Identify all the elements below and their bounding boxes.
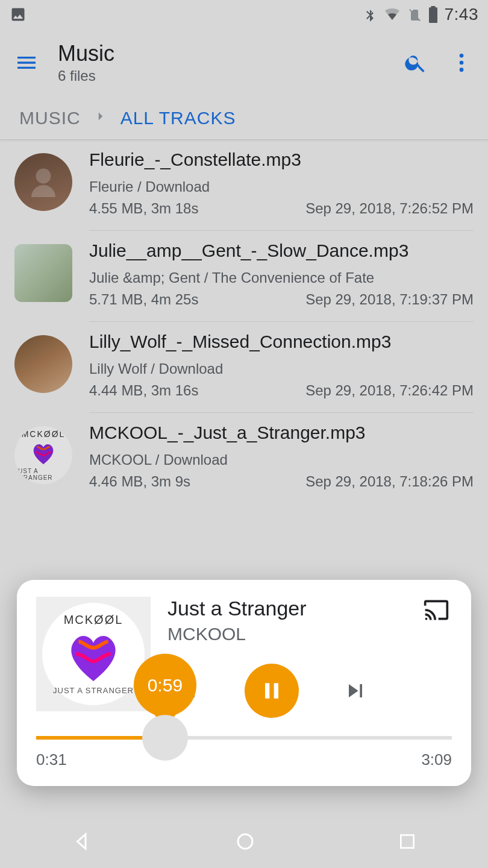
breadcrumb-leaf[interactable]: ALL TRACKS bbox=[120, 108, 236, 128]
pause-button[interactable] bbox=[245, 664, 299, 718]
svg-rect-6 bbox=[401, 835, 414, 848]
album-art-text-bottom: JUST A STRANGER bbox=[53, 686, 134, 695]
track-filename: Lilly_Wolf_-_Missed_Connection.mp3 bbox=[89, 332, 474, 352]
list-item[interactable]: MCKØØL JUST A STRANGER MCKOOL_-_Just_a_S… bbox=[0, 413, 488, 503]
svg-point-5 bbox=[238, 834, 252, 849]
android-nav-bar bbox=[0, 815, 488, 868]
list-item[interactable]: Fleurie_-_Constellate.mp3 Fleurie / Down… bbox=[0, 140, 488, 231]
search-icon[interactable] bbox=[401, 48, 430, 77]
more-vert-icon[interactable] bbox=[447, 48, 476, 77]
status-clock: 7:43 bbox=[445, 5, 479, 24]
seek-slider[interactable]: 0:59 0:31 3:09 bbox=[36, 736, 452, 769]
app-bar: Music 6 files bbox=[0, 29, 488, 96]
now-playing-card[interactable]: MCKØØL JUST A STRANGER Just a Stranger M… bbox=[17, 580, 471, 786]
android-status-bar: 7:43 bbox=[0, 0, 488, 29]
player-artist: MCKOOL bbox=[167, 624, 452, 644]
track-date: Sep 29, 2018, 7:26:42 PM bbox=[305, 382, 474, 399]
player-track-title: Just a Stranger bbox=[167, 597, 452, 620]
track-artist-album: Fleurie / Download bbox=[89, 178, 474, 195]
breadcrumb: MUSIC ALL TRACKS bbox=[0, 96, 488, 140]
track-artist-album: Julie &amp; Gent / The Convenience of Fa… bbox=[89, 269, 474, 286]
track-filename: Fleurie_-_Constellate.mp3 bbox=[89, 149, 474, 170]
nav-home-icon[interactable] bbox=[234, 831, 256, 852]
track-thumbnail bbox=[14, 153, 72, 211]
track-date: Sep 29, 2018, 7:18:26 PM bbox=[305, 473, 474, 490]
page-title: Music bbox=[58, 41, 384, 66]
track-size-duration: 5.71 MB, 4m 25s bbox=[89, 291, 198, 308]
wifi-icon bbox=[383, 7, 401, 22]
seek-tooltip: 0:59 bbox=[134, 654, 196, 717]
svg-point-0 bbox=[460, 54, 464, 58]
list-item[interactable]: Lilly_Wolf_-_Missed_Connection.mp3 Lilly… bbox=[0, 322, 488, 413]
nav-back-icon[interactable] bbox=[71, 831, 93, 852]
hamburger-menu-icon[interactable] bbox=[12, 48, 41, 77]
battery-icon bbox=[428, 6, 439, 23]
track-date: Sep 29, 2018, 7:19:37 PM bbox=[305, 291, 474, 308]
track-thumbnail bbox=[14, 335, 72, 393]
nav-recent-icon[interactable] bbox=[398, 832, 417, 851]
cast-icon[interactable] bbox=[421, 597, 452, 626]
track-thumbnail bbox=[14, 244, 72, 302]
page-subtitle: 6 files bbox=[58, 68, 384, 84]
track-size-duration: 4.55 MB, 3m 18s bbox=[89, 200, 198, 217]
track-date: Sep 29, 2018, 7:26:52 PM bbox=[305, 200, 474, 217]
total-time: 3:09 bbox=[421, 750, 452, 769]
breadcrumb-root[interactable]: MUSIC bbox=[19, 108, 81, 128]
album-art-text-top: MCKØØL bbox=[64, 613, 124, 627]
track-list: Fleurie_-_Constellate.mp3 Fleurie / Down… bbox=[0, 140, 488, 503]
track-size-duration: 4.46 MB, 3m 9s bbox=[89, 473, 190, 490]
album-art-text-bottom: JUST A STRANGER bbox=[14, 468, 72, 481]
skip-next-icon[interactable] bbox=[341, 676, 370, 705]
list-item[interactable]: Julie__amp__Gent_-_Slow_Dance.mp3 Julie … bbox=[0, 231, 488, 322]
chevron-right-icon bbox=[93, 108, 108, 128]
svg-point-1 bbox=[460, 61, 464, 65]
elapsed-time: 0:31 bbox=[36, 750, 67, 769]
bluetooth-icon bbox=[363, 6, 377, 23]
no-sim-icon bbox=[407, 6, 422, 23]
track-filename: Julie__amp__Gent_-_Slow_Dance.mp3 bbox=[89, 241, 474, 261]
album-art-text-top: MCKØØL bbox=[22, 429, 66, 439]
svg-point-4 bbox=[425, 618, 428, 620]
seek-thumb[interactable] bbox=[142, 715, 188, 761]
svg-point-3 bbox=[36, 169, 51, 184]
track-artist-album: MCKOOL / Download bbox=[89, 451, 474, 468]
track-size-duration: 4.44 MB, 3m 16s bbox=[89, 382, 198, 399]
track-thumbnail: MCKØØL JUST A STRANGER bbox=[14, 426, 72, 484]
track-filename: MCKOOL_-_Just_a_Stranger.mp3 bbox=[89, 423, 474, 443]
svg-point-2 bbox=[460, 68, 464, 72]
picture-icon bbox=[10, 6, 27, 23]
track-artist-album: Lilly Wolf / Download bbox=[89, 360, 474, 377]
